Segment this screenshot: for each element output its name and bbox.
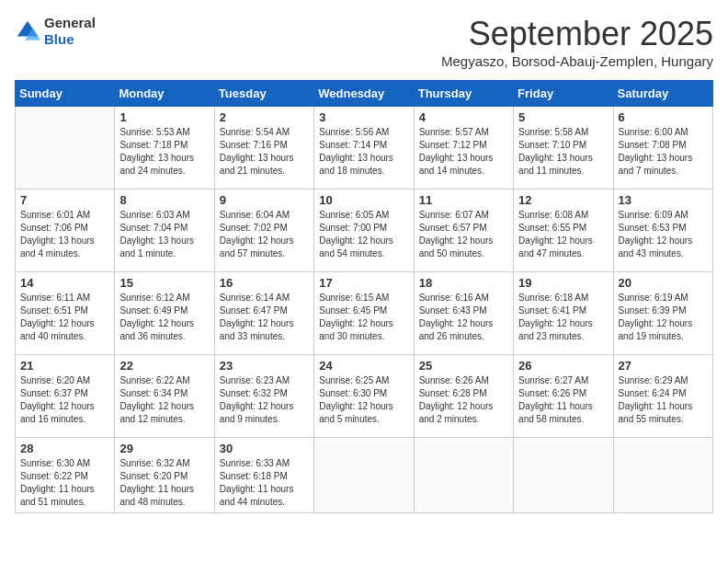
calendar-cell: 24Sunrise: 6:25 AMSunset: 6:30 PMDayligh…	[314, 355, 414, 438]
calendar-cell: 7Sunrise: 6:01 AMSunset: 7:06 PMDaylight…	[16, 190, 115, 272]
day-info: Sunrise: 6:15 AMSunset: 6:45 PMDaylight:…	[319, 292, 408, 343]
day-number: 14	[20, 276, 109, 290]
day-info: Sunrise: 5:56 AMSunset: 7:14 PMDaylight:…	[319, 126, 408, 178]
day-info: Sunrise: 6:14 AMSunset: 6:47 PMDaylight:…	[220, 292, 309, 343]
calendar-week-row: 28Sunrise: 6:30 AMSunset: 6:22 PMDayligh…	[16, 438, 713, 513]
calendar-cell	[16, 107, 115, 190]
day-info: Sunrise: 6:23 AMSunset: 6:32 PMDaylight:…	[220, 374, 309, 426]
header-row: SundayMondayTuesdayWednesdayThursdayFrid…	[16, 81, 713, 107]
day-info: Sunrise: 6:25 AMSunset: 6:30 PMDaylight:…	[319, 374, 408, 426]
day-info: Sunrise: 6:04 AMSunset: 7:02 PMDaylight:…	[220, 209, 309, 260]
day-info: Sunrise: 6:33 AMSunset: 6:18 PMDaylight:…	[220, 457, 309, 509]
day-number: 25	[419, 359, 508, 373]
calendar-cell	[414, 438, 513, 513]
day-number: 17	[319, 276, 408, 290]
day-info: Sunrise: 6:03 AMSunset: 7:04 PMDaylight:…	[119, 209, 209, 260]
calendar-cell: 20Sunrise: 6:19 AMSunset: 6:39 PMDayligh…	[613, 272, 712, 355]
calendar-cell: 28Sunrise: 6:30 AMSunset: 6:22 PMDayligh…	[16, 438, 115, 513]
calendar-cell: 14Sunrise: 6:11 AMSunset: 6:51 PMDayligh…	[16, 272, 115, 355]
weekday-header: Monday	[115, 81, 214, 107]
title-block: September 2025 Megyaszo, Borsod-Abauj-Ze…	[441, 15, 713, 69]
logo-blue: Blue	[44, 31, 74, 47]
day-info: Sunrise: 6:32 AMSunset: 6:20 PMDaylight:…	[119, 457, 209, 509]
day-info: Sunrise: 6:00 AMSunset: 7:08 PMDaylight:…	[619, 126, 708, 178]
day-info: Sunrise: 6:30 AMSunset: 6:22 PMDaylight:…	[20, 457, 109, 509]
calendar-cell: 22Sunrise: 6:22 AMSunset: 6:34 PMDayligh…	[115, 355, 214, 438]
month-title: September 2025	[441, 15, 713, 53]
location-title: Megyaszo, Borsod-Abauj-Zemplen, Hungary	[441, 53, 713, 69]
calendar-cell	[514, 438, 613, 513]
day-info: Sunrise: 6:29 AMSunset: 6:24 PMDaylight:…	[619, 374, 708, 426]
day-info: Sunrise: 6:12 AMSunset: 6:49 PMDaylight:…	[119, 292, 209, 343]
calendar-week-row: 7Sunrise: 6:01 AMSunset: 7:06 PMDaylight…	[16, 190, 713, 272]
calendar-cell: 5Sunrise: 5:58 AMSunset: 7:10 PMDaylight…	[514, 107, 613, 190]
calendar-cell: 30Sunrise: 6:33 AMSunset: 6:18 PMDayligh…	[214, 438, 313, 513]
calendar-cell: 17Sunrise: 6:15 AMSunset: 6:45 PMDayligh…	[314, 272, 414, 355]
day-number: 26	[518, 359, 608, 373]
calendar-week-row: 14Sunrise: 6:11 AMSunset: 6:51 PMDayligh…	[16, 272, 713, 355]
day-info: Sunrise: 6:27 AMSunset: 6:26 PMDaylight:…	[518, 374, 608, 426]
logo: General Blue	[15, 15, 96, 48]
day-info: Sunrise: 6:09 AMSunset: 6:53 PMDaylight:…	[619, 209, 708, 260]
day-info: Sunrise: 6:05 AMSunset: 7:00 PMDaylight:…	[319, 209, 408, 260]
day-info: Sunrise: 6:18 AMSunset: 6:41 PMDaylight:…	[518, 292, 608, 343]
day-number: 30	[220, 442, 309, 455]
calendar-week-row: 1Sunrise: 5:53 AMSunset: 7:18 PMDaylight…	[16, 107, 713, 190]
day-number: 5	[518, 110, 608, 124]
day-info: Sunrise: 6:08 AMSunset: 6:55 PMDaylight:…	[518, 209, 608, 260]
calendar-cell: 9Sunrise: 6:04 AMSunset: 7:02 PMDaylight…	[214, 190, 313, 272]
calendar-cell: 13Sunrise: 6:09 AMSunset: 6:53 PMDayligh…	[613, 190, 712, 272]
day-number: 20	[619, 276, 708, 290]
calendar-cell: 12Sunrise: 6:08 AMSunset: 6:55 PMDayligh…	[514, 190, 613, 272]
day-info: Sunrise: 6:20 AMSunset: 6:37 PMDaylight:…	[20, 374, 109, 426]
calendar-cell: 1Sunrise: 5:53 AMSunset: 7:18 PMDaylight…	[115, 107, 214, 190]
calendar-cell: 16Sunrise: 6:14 AMSunset: 6:47 PMDayligh…	[214, 272, 313, 355]
day-info: Sunrise: 5:58 AMSunset: 7:10 PMDaylight:…	[518, 126, 608, 178]
day-info: Sunrise: 6:22 AMSunset: 6:34 PMDaylight:…	[119, 374, 209, 426]
calendar-cell: 26Sunrise: 6:27 AMSunset: 6:26 PMDayligh…	[514, 355, 613, 438]
day-number: 21	[20, 359, 109, 373]
calendar-cell	[613, 438, 712, 513]
day-number: 4	[419, 110, 508, 124]
day-number: 22	[119, 359, 209, 373]
calendar-cell: 4Sunrise: 5:57 AMSunset: 7:12 PMDaylight…	[414, 107, 513, 190]
day-number: 19	[518, 276, 608, 290]
calendar-cell: 19Sunrise: 6:18 AMSunset: 6:41 PMDayligh…	[514, 272, 613, 355]
day-number: 29	[119, 442, 209, 455]
calendar-cell: 10Sunrise: 6:05 AMSunset: 7:00 PMDayligh…	[314, 190, 414, 272]
day-number: 6	[619, 110, 708, 124]
day-number: 8	[119, 193, 209, 207]
day-info: Sunrise: 6:26 AMSunset: 6:28 PMDaylight:…	[419, 374, 508, 426]
day-number: 28	[20, 442, 109, 455]
calendar-cell: 15Sunrise: 6:12 AMSunset: 6:49 PMDayligh…	[115, 272, 214, 355]
day-number: 24	[319, 359, 408, 373]
day-number: 15	[119, 276, 209, 290]
day-number: 23	[220, 359, 309, 373]
day-info: Sunrise: 6:01 AMSunset: 7:06 PMDaylight:…	[20, 209, 109, 260]
calendar-cell: 3Sunrise: 5:56 AMSunset: 7:14 PMDaylight…	[314, 107, 414, 190]
page-header: General Blue September 2025 Megyaszo, Bo…	[15, 15, 713, 69]
calendar-table: SundayMondayTuesdayWednesdayThursdayFrid…	[15, 80, 713, 513]
calendar-week-row: 21Sunrise: 6:20 AMSunset: 6:37 PMDayligh…	[16, 355, 713, 438]
day-number: 9	[220, 193, 309, 207]
day-info: Sunrise: 6:16 AMSunset: 6:43 PMDaylight:…	[419, 292, 508, 343]
calendar-cell: 25Sunrise: 6:26 AMSunset: 6:28 PMDayligh…	[414, 355, 513, 438]
calendar-cell: 11Sunrise: 6:07 AMSunset: 6:57 PMDayligh…	[414, 190, 513, 272]
day-info: Sunrise: 6:19 AMSunset: 6:39 PMDaylight:…	[619, 292, 708, 343]
weekday-header: Wednesday	[314, 81, 414, 107]
calendar-cell: 27Sunrise: 6:29 AMSunset: 6:24 PMDayligh…	[613, 355, 712, 438]
calendar-cell	[314, 438, 414, 513]
day-number: 7	[20, 193, 109, 207]
day-number: 13	[619, 193, 708, 207]
day-number: 16	[220, 276, 309, 290]
calendar-cell: 21Sunrise: 6:20 AMSunset: 6:37 PMDayligh…	[16, 355, 115, 438]
calendar-cell: 29Sunrise: 6:32 AMSunset: 6:20 PMDayligh…	[115, 438, 214, 513]
day-info: Sunrise: 5:54 AMSunset: 7:16 PMDaylight:…	[220, 126, 309, 178]
day-info: Sunrise: 6:07 AMSunset: 6:57 PMDaylight:…	[419, 209, 508, 260]
day-number: 27	[619, 359, 708, 373]
calendar-cell: 23Sunrise: 6:23 AMSunset: 6:32 PMDayligh…	[214, 355, 313, 438]
logo-text: General Blue	[44, 15, 96, 48]
day-number: 18	[419, 276, 508, 290]
day-number: 11	[419, 193, 508, 207]
calendar-cell: 18Sunrise: 6:16 AMSunset: 6:43 PMDayligh…	[414, 272, 513, 355]
